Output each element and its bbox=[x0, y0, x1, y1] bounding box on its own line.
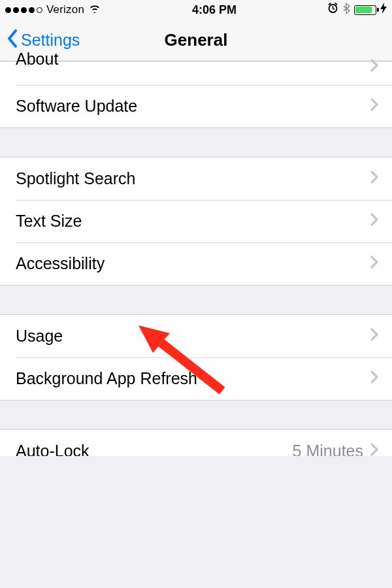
status-right bbox=[327, 3, 387, 18]
chevron-right-icon bbox=[370, 369, 379, 388]
row-accessibility[interactable]: Accessibility bbox=[0, 242, 392, 285]
section-gap bbox=[0, 127, 392, 157]
status-left: Verizon bbox=[5, 3, 101, 16]
back-button[interactable]: Settings bbox=[7, 29, 80, 52]
carrier-label: Verizon bbox=[46, 3, 84, 16]
battery-icon bbox=[354, 5, 376, 15]
chevron-right-icon bbox=[370, 442, 379, 457]
svg-line-3 bbox=[329, 3, 331, 5]
row-label: Auto-Lock bbox=[16, 442, 90, 457]
chevron-right-icon bbox=[370, 327, 379, 346]
chevron-left-icon bbox=[7, 29, 18, 52]
row-label: Usage bbox=[16, 327, 63, 346]
section-gap bbox=[0, 400, 392, 430]
charging-icon bbox=[380, 3, 387, 17]
row-value: 5 Minutes bbox=[293, 442, 363, 457]
svg-line-2 bbox=[333, 8, 335, 10]
row-label: Software Update bbox=[16, 97, 137, 116]
row-text-size[interactable]: Text Size bbox=[0, 200, 392, 242]
bluetooth-icon bbox=[342, 3, 350, 18]
list-group: Usage Background App Refresh bbox=[0, 315, 392, 400]
row-software-update[interactable]: Software Update bbox=[0, 85, 392, 127]
row-auto-lock[interactable]: Auto-Lock 5 Minutes bbox=[0, 430, 392, 456]
row-label: Spotlight Search bbox=[16, 169, 135, 188]
row-background-app-refresh[interactable]: Background App Refresh bbox=[0, 357, 392, 400]
list-group: Spotlight Search Text Size Accessibility bbox=[0, 157, 392, 285]
row-label: Accessibility bbox=[16, 254, 105, 273]
section-gap bbox=[0, 285, 392, 315]
page-title: General bbox=[165, 30, 228, 50]
signal-strength-icon bbox=[5, 7, 42, 13]
status-bar: Verizon 4:06 PM bbox=[0, 0, 392, 20]
row-label: Background App Refresh bbox=[16, 369, 197, 388]
row-spotlight-search[interactable]: Spotlight Search bbox=[0, 157, 392, 200]
back-label: Settings bbox=[21, 31, 80, 50]
alarm-icon bbox=[327, 3, 338, 17]
row-label: Text Size bbox=[16, 212, 82, 231]
wifi-icon bbox=[88, 3, 101, 16]
chevron-right-icon bbox=[370, 254, 379, 273]
chevron-right-icon bbox=[370, 212, 379, 231]
row-about[interactable]: About bbox=[0, 61, 392, 85]
row-usage[interactable]: Usage bbox=[0, 315, 392, 357]
svg-line-4 bbox=[335, 3, 337, 5]
row-label: About bbox=[16, 50, 58, 69]
list-group: Auto-Lock 5 Minutes bbox=[0, 430, 392, 456]
nav-bar: Settings General bbox=[0, 20, 392, 61]
list-group: About Software Update bbox=[0, 61, 392, 127]
status-time: 4:06 PM bbox=[192, 3, 237, 17]
chevron-right-icon bbox=[370, 57, 379, 76]
chevron-right-icon bbox=[370, 169, 379, 188]
chevron-right-icon bbox=[370, 97, 379, 116]
